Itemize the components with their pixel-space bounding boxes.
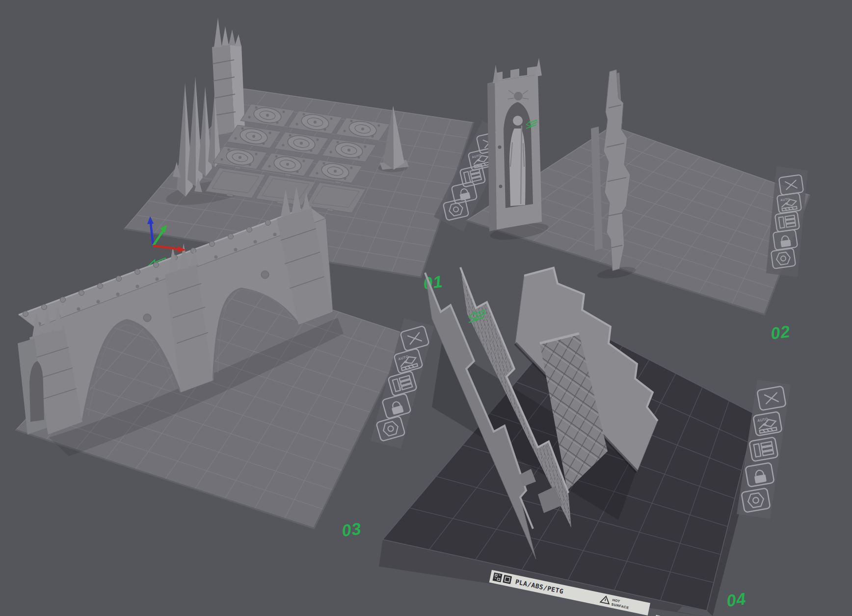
auto-orient-plate-button[interactable] xyxy=(753,411,782,436)
delete-plate-button[interactable] xyxy=(757,386,786,411)
auto-orient-plate-button[interactable] xyxy=(777,193,802,213)
plate-settings-button[interactable] xyxy=(771,248,796,269)
plate-settings-button[interactable] xyxy=(741,488,770,513)
qr-code-icon xyxy=(493,572,503,582)
slicer-3d-viewport[interactable]: AUTO xyxy=(0,0,852,616)
plate-04-label: 04 xyxy=(725,589,747,610)
lock-plate-button[interactable] xyxy=(773,230,798,250)
plate-03-label: 03 xyxy=(341,519,362,540)
build-plate-04[interactable]: PLA/ABS/PETG HOT SURFACE ate 04 xyxy=(379,267,791,616)
x-axis xyxy=(153,246,180,249)
edit-plate-button[interactable] xyxy=(749,437,778,462)
delete-plate-button[interactable] xyxy=(779,175,804,195)
plate-02-label: 02 xyxy=(770,322,791,343)
model-statue-column[interactable] xyxy=(487,58,542,231)
model-spire-tower[interactable] xyxy=(212,18,245,135)
logo-icon xyxy=(503,575,512,584)
build-plate-02[interactable]: 02 xyxy=(466,58,810,343)
lock-plate-button[interactable] xyxy=(745,462,774,487)
edit-plate-button[interactable] xyxy=(775,211,800,232)
